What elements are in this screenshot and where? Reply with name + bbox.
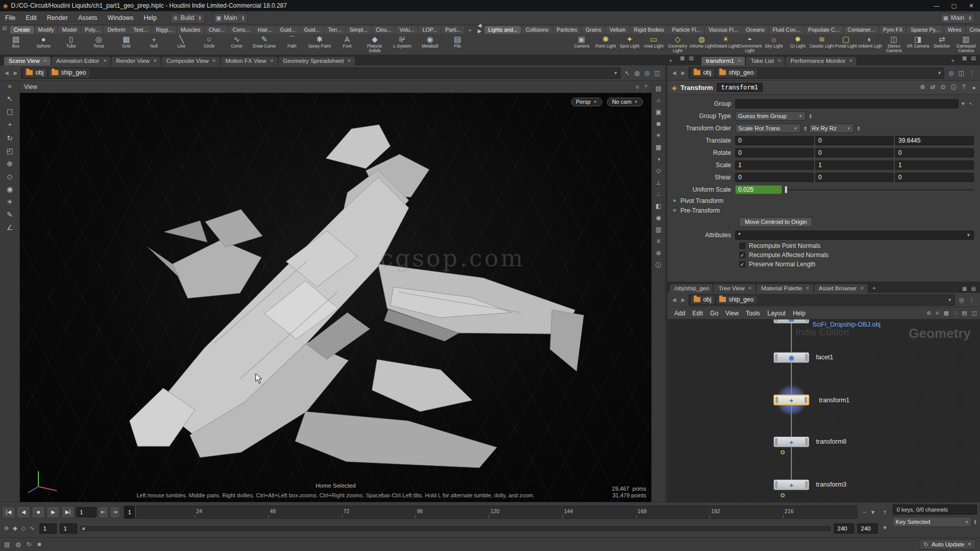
pane-tab[interactable]: Asset Browser ✕ [814, 284, 868, 293]
shelf-tab[interactable]: Viscous Fl... [705, 26, 741, 34]
shelf-tab[interactable]: Riggi... [152, 26, 176, 34]
shelf-tab[interactable]: Particle Fl... [669, 26, 704, 34]
forward-icon[interactable]: ▶ [12, 69, 19, 77]
shear-y-field[interactable]: 0 [815, 173, 894, 182]
scale-icon[interactable]: ◰ [6, 147, 13, 155]
shelf-tab[interactable]: Simpl... [346, 26, 371, 34]
shelf-tool[interactable]: ✎ Draw Curve [250, 34, 278, 55]
pane-tab[interactable]: Render View ✕ [111, 57, 161, 65]
search-icon[interactable]: ⊙ [941, 83, 946, 92]
node-file[interactable]: ▤ [773, 319, 809, 324]
node-label[interactable]: facet1 [816, 354, 833, 361]
cache-icon[interactable]: ◍ [15, 541, 20, 548]
shelf-tool[interactable]: ▧ Box [2, 34, 30, 55]
shelf-tab[interactable]: Terr... [325, 26, 345, 34]
shelf-tool[interactable]: ≋ Caustic Light [810, 34, 834, 55]
viewport-menu-icon[interactable]: ≡ [635, 84, 639, 90]
close-tab-icon[interactable]: ✕ [103, 58, 107, 63]
next-key-icon[interactable]: ⇥ [110, 506, 120, 518]
expand-plus-icon[interactable]: ＋ [672, 208, 677, 213]
playback-start-field[interactable]: 1 [60, 523, 77, 534]
shelf-tab[interactable]: Lights and... [485, 26, 521, 34]
snap-icon[interactable]: ◇ [7, 172, 13, 180]
expand-arrow-icon[interactable]: ▸ [973, 84, 976, 91]
key-mode-select[interactable]: Key Selected ▼ [893, 517, 972, 527]
list-icon[interactable]: ▤ [962, 310, 967, 316]
shelf-tool[interactable]: ◍ Volume Light [690, 34, 714, 55]
handles-toggle-icon[interactable]: ⊕ [656, 249, 661, 257]
pane-tab[interactable]: Geometry Spreadsheet ✕ [279, 57, 355, 65]
pin-icon[interactable]: ◎ [948, 70, 953, 77]
jump-start-icon[interactable]: |◀ [2, 506, 15, 518]
shelf-tool[interactable]: ◓ Environment Light [738, 34, 762, 55]
add-pane-tab-icon[interactable]: ＋ [947, 57, 958, 65]
shelf-tab[interactable]: Particles [553, 26, 581, 34]
collapse-icon[interactable]: « [8, 82, 12, 90]
compare-icon[interactable]: ⇄ [930, 83, 936, 92]
shelf-tool[interactable]: ☼ Sky Light [762, 34, 786, 55]
snapshot-icon[interactable]: ◉ [656, 214, 661, 221]
rotate-icon[interactable]: ↻ [7, 134, 13, 142]
shelf-tab[interactable]: Create [10, 26, 34, 34]
maximize-pane-icon[interactable]: ▦ [962, 286, 967, 291]
global-start-field[interactable]: 1 [39, 523, 57, 534]
network-menu-item[interactable]: Add [671, 310, 689, 317]
range-marker-icon[interactable] [82, 527, 85, 530]
node-label[interactable]: transform8 [816, 438, 847, 445]
globe-icon[interactable]: ◍ [634, 70, 640, 77]
shelf-tool[interactable]: ▣ Camera [569, 34, 594, 55]
node-transform-selected[interactable]: ＋ [773, 395, 809, 405]
grid-snap-icon[interactable]: ▦ [944, 310, 949, 316]
menu-item[interactable]: Edit [20, 11, 42, 25]
move-centroid-button[interactable]: Move Centroid to Origin [739, 217, 812, 227]
key-up-icon[interactable]: ⇑ [883, 510, 887, 515]
translate-z-field[interactable]: 39.6445 [895, 136, 974, 145]
shelf-tab[interactable]: Crowds [966, 26, 980, 34]
rotate-y-field[interactable]: 0 [815, 148, 894, 157]
shelf-menu-icon[interactable]: ▤ [2, 25, 7, 31]
path-chip-node[interactable]: ship_geo [717, 295, 757, 304]
stepper-icon[interactable]: ▲▼ [197, 15, 202, 20]
stepper-icon[interactable]: ▲▼ [807, 113, 812, 119]
menu-item[interactable]: Render [42, 11, 73, 25]
ship-geometry[interactable] [20, 93, 651, 502]
uniform-scale-field[interactable]: 0.025 [735, 185, 782, 194]
viewport-3d[interactable]: cgsop.com Persp ▼ No cam ▼ Home Sele [20, 93, 651, 502]
xform-order-select[interactable]: Scale Rot Trans ▼ [735, 124, 801, 133]
shelf-tab[interactable]: Char... [205, 26, 228, 34]
pane-tab[interactable]: Material Palette ✕ [757, 284, 813, 293]
shade-mode-icon[interactable]: ◑ [656, 155, 660, 163]
shelf-tool[interactable]: ▦ Grid [112, 34, 140, 55]
pane-menu-icon[interactable]: ▤ [689, 55, 693, 64]
pane-tab[interactable]: Composite View ✕ [162, 57, 219, 65]
sculpt-icon[interactable]: ✎ [7, 211, 13, 219]
shelf-tool[interactable]: ▥ Gamepad Camera [954, 34, 978, 55]
pane-tab[interactable]: transform1 ✕ [701, 57, 745, 65]
pane-tab[interactable]: Performance Monitor ✕ [786, 57, 856, 65]
shelf-tool[interactable]: ○ Circle [195, 34, 223, 55]
shelf-tab[interactable]: LOP... [419, 26, 440, 34]
stepper-icon[interactable]: ▲▼ [967, 15, 972, 20]
path-combo[interactable]: obj ship_geo ▼ [689, 294, 954, 306]
shelf-tool[interactable]: ✺ Point Light [594, 34, 618, 55]
viewport-help-icon[interactable]: ? [644, 84, 647, 90]
network-menu-item[interactable]: Go [706, 310, 722, 317]
rotate-order-select[interactable]: Rx Ry Rz ▼ [809, 124, 854, 133]
close-tab-icon[interactable]: ✕ [860, 286, 864, 291]
shelf-tool[interactable]: ⌒ Path [278, 34, 306, 55]
pivot-transform-fold[interactable]: ＋ Pivot Transform [668, 196, 980, 205]
group-type-select[interactable]: Guess from Group ▼ [735, 111, 806, 121]
close-tab-icon[interactable]: ✕ [153, 58, 157, 63]
network-menu-item[interactable]: View [722, 310, 742, 317]
shear-z-field[interactable]: 0 [895, 173, 974, 182]
set-key-icon[interactable]: ◆ [13, 525, 17, 532]
shelf-tool[interactable]: ▢ Portal Light [834, 34, 858, 55]
shelf-tool[interactable]: ● Sphere [30, 34, 57, 55]
shelf-tool[interactable]: ✱ Spray Paint [306, 34, 333, 55]
close-tab-icon[interactable]: ✕ [738, 58, 742, 63]
scale-y-field[interactable]: 1 [815, 160, 894, 170]
node-label[interactable]: transform3 [816, 481, 847, 488]
scope-icon[interactable]: ∿ [30, 525, 34, 532]
shelf-tab-scroll-icon[interactable]: ◀ ▶ [475, 22, 484, 34]
maximize-button[interactable]: ▢ [945, 0, 963, 11]
